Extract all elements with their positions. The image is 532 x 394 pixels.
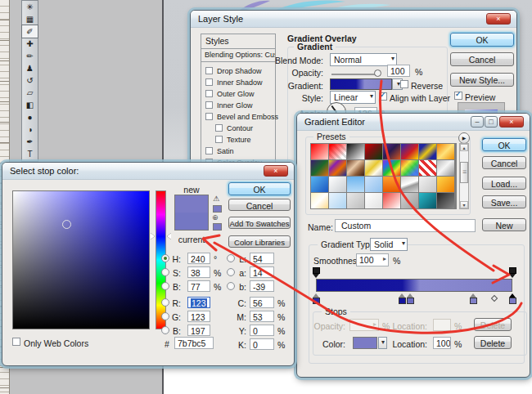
align-checkbox[interactable] <box>379 92 387 101</box>
preset-red-green[interactable] <box>365 144 382 159</box>
color-field-marker[interactable] <box>62 220 71 229</box>
field-input-Y[interactable]: 0 <box>250 325 274 336</box>
name-input[interactable]: Custom <box>335 219 476 232</box>
new-button[interactable]: New <box>482 218 526 231</box>
field-input-B[interactable]: 77 <box>187 280 210 292</box>
gradient-editor-titlebar[interactable]: Gradient Editor – □ × <box>297 114 530 131</box>
save-button[interactable]: Save... <box>482 195 526 208</box>
gradient-swatch[interactable] <box>330 78 392 90</box>
layer-style-titlebar[interactable]: Layer Style × <box>191 11 516 28</box>
preset-gold[interactable] <box>437 177 454 192</box>
radio-H[interactable] <box>161 254 169 262</box>
field-input-L[interactable]: 54 <box>250 253 274 264</box>
style-item-contour[interactable]: Contour <box>201 123 275 134</box>
opacity-slider-track[interactable] <box>331 74 381 75</box>
new-style-button[interactable]: New Style... <box>450 73 514 87</box>
clone-stamp-tool[interactable]: ♟ <box>22 62 38 74</box>
scroll-down-icon[interactable]: ▾ <box>460 201 468 208</box>
preset-gray[interactable] <box>347 193 364 208</box>
preset-blue-yellow-blue[interactable] <box>419 144 436 159</box>
hue-slider-left-icon[interactable] <box>151 233 155 240</box>
radio-S[interactable] <box>161 268 169 276</box>
preset-copper[interactable] <box>347 160 364 176</box>
checkbox[interactable] <box>215 136 223 143</box>
preset-red-pale[interactable] <box>311 144 328 159</box>
preset-chrome[interactable] <box>401 177 418 192</box>
scrollbar-thumb[interactable] <box>460 162 468 183</box>
color-stop[interactable] <box>313 293 320 304</box>
web-color-swatch[interactable] <box>213 223 222 231</box>
ok-button[interactable]: OK <box>450 33 514 47</box>
smoothness-input[interactable]: 100 <box>356 253 389 266</box>
radio-B[interactable] <box>161 282 169 290</box>
gradient-bar[interactable] <box>316 279 512 292</box>
color-stop[interactable] <box>399 293 406 304</box>
preset-black-gray[interactable] <box>437 193 454 208</box>
preset-orange-yellow-orange[interactable] <box>437 144 454 159</box>
field-input-b[interactable]: -39 <box>250 280 274 292</box>
cancel-button[interactable]: Cancel <box>450 52 514 66</box>
gradient-type-dropdown[interactable]: Solid <box>370 238 408 251</box>
preset-violet-orange[interactable] <box>383 144 400 159</box>
color-stop[interactable] <box>470 293 477 304</box>
blur-tool[interactable]: ● <box>22 111 38 123</box>
close-icon[interactable]: × <box>486 13 511 25</box>
preset-white-gray[interactable] <box>329 177 346 192</box>
color-stop[interactable] <box>407 293 414 304</box>
scroll-up-icon[interactable]: ▴ <box>460 144 468 151</box>
field-input-B[interactable]: 197 <box>187 325 210 336</box>
color-picker-titlebar[interactable]: Select stop color: × <box>2 163 294 180</box>
radio-G[interactable] <box>161 312 169 320</box>
gamut-warning-icon[interactable]: ⚠ <box>213 195 219 203</box>
web-cube-icon[interactable]: ⊕ <box>212 213 219 222</box>
preset-red-transparent[interactable] <box>329 144 346 159</box>
hue-slider-right-icon[interactable] <box>167 233 171 240</box>
checkbox[interactable] <box>205 78 213 86</box>
preset-sky[interactable] <box>347 177 364 192</box>
maximize-icon[interactable]: □ <box>485 116 498 128</box>
opacity-input[interactable]: 100 <box>387 65 410 77</box>
preset-black-white[interactable] <box>347 144 364 159</box>
field-input-K[interactable]: 0 <box>250 338 274 350</box>
preset-violet-green-orange[interactable] <box>311 160 328 176</box>
delete-color-stop-button[interactable]: Delete <box>474 336 512 349</box>
field-input-M[interactable]: 53 <box>250 311 274 322</box>
radio-L[interactable] <box>227 254 235 262</box>
saturation-brightness-field[interactable] <box>12 190 150 329</box>
brush-tool[interactable]: ✏ <box>22 50 38 62</box>
preset-orange[interactable] <box>383 177 400 192</box>
preset-blue-deep[interactable] <box>311 177 328 192</box>
only-web-colors-checkbox[interactable] <box>12 338 20 346</box>
stop-color-arrow[interactable] <box>378 337 387 349</box>
stop-opacity-input[interactable] <box>349 319 379 331</box>
checkbox[interactable] <box>205 101 213 109</box>
reverse-checkbox[interactable] <box>400 80 408 88</box>
preset-pale-sky[interactable] <box>329 193 346 208</box>
preset-gray-2[interactable] <box>401 193 418 208</box>
opacity-stop[interactable] <box>313 267 320 278</box>
radio-a[interactable] <box>227 268 235 276</box>
opacity-stop[interactable] <box>509 267 516 278</box>
preset-gold-silver[interactable] <box>365 160 382 176</box>
close-icon[interactable]: × <box>499 116 524 128</box>
stop-location2-input[interactable]: 100 <box>433 337 451 349</box>
field-input-C[interactable]: 56 <box>250 297 274 308</box>
styles-header[interactable]: Styles <box>201 34 275 49</box>
radio-R[interactable] <box>161 298 169 307</box>
hex-input[interactable]: 7b7bc5 <box>174 337 214 349</box>
style-item-texture[interactable]: Texture <box>201 134 275 146</box>
current-color-swatch[interactable] <box>175 213 208 230</box>
cancel-button[interactable]: Cancel <box>482 156 526 169</box>
gradient-tool[interactable]: ◧ <box>22 99 38 111</box>
history-brush-tool[interactable]: ↺ <box>22 74 38 87</box>
eyedropper-tool[interactable]: ✐ <box>22 25 38 38</box>
preset-multi-stripe[interactable] <box>329 160 346 176</box>
crop-tool[interactable]: ▦ <box>22 13 38 25</box>
presets-menu-icon[interactable]: ▶ <box>458 132 470 144</box>
preset-pale-blue[interactable] <box>365 177 382 192</box>
preset-light-gray[interactable] <box>419 177 436 192</box>
stop-location-input[interactable] <box>433 319 451 331</box>
preset-teal[interactable] <box>419 193 436 208</box>
field-input-G[interactable]: 123 <box>187 311 210 322</box>
color-stop[interactable] <box>509 293 516 304</box>
